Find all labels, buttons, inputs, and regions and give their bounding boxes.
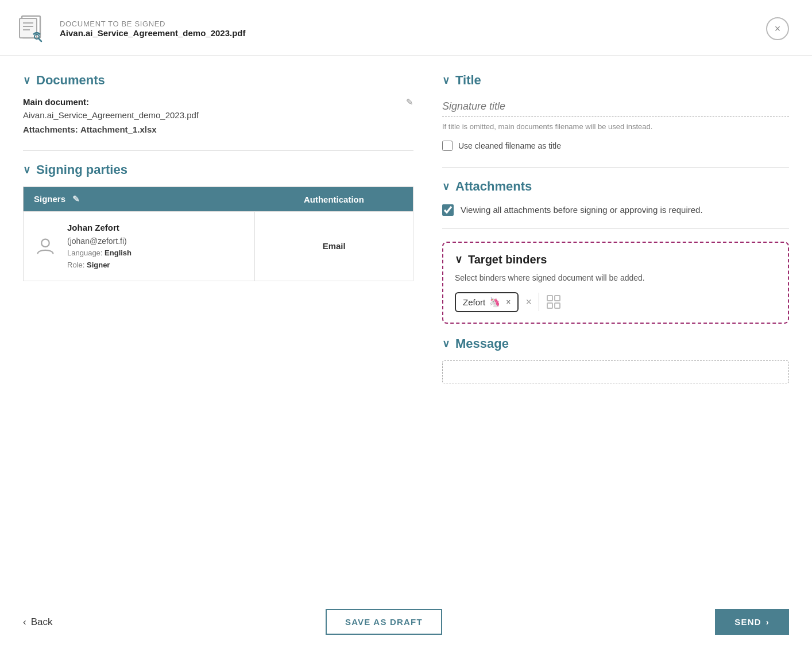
message-chevron-icon[interactable]: ∨: [442, 337, 450, 350]
attachments-section-title: Attachments: [455, 179, 532, 194]
message-content-placeholder: [442, 360, 789, 383]
attachments-required-checkbox[interactable]: [442, 204, 454, 216]
header-left: DOCUMENT TO BE SIGNED Aivan.ai_Service_A…: [17, 13, 246, 45]
col-signers-header: Signers ✎: [24, 187, 255, 212]
send-button[interactable]: SEND ›: [715, 609, 789, 635]
unicorn-icon: 🦄: [489, 297, 500, 308]
auth-value: Email: [323, 241, 346, 251]
attachments-chevron-icon[interactable]: ∨: [442, 180, 450, 193]
svg-rect-1: [20, 18, 37, 38]
signer-authentication: Email: [255, 212, 413, 281]
cleaned-filename-checkbox[interactable]: [442, 141, 453, 151]
left-column: ∨ Documents Main document: Aivan.ai_Serv…: [23, 73, 413, 396]
attachments-info: Attachments: Attachment_1.xlsx: [23, 125, 199, 134]
binders-grid-button[interactable]: [546, 294, 561, 309]
main-content: ∨ Documents Main document: Aivan.ai_Serv…: [0, 56, 812, 396]
cleaned-filename-row: Use cleaned filename as title: [442, 141, 789, 151]
binder-tag: Zefort 🦄 ×: [455, 292, 519, 312]
signing-section-header: ∨ Signing parties: [23, 162, 413, 177]
right-column: ∨ Title If title is omitted, main docume…: [442, 73, 789, 396]
svg-rect-10: [547, 303, 552, 308]
attachments-label: Attachments:: [23, 125, 78, 134]
documents-section-title: Documents: [36, 73, 105, 88]
save-draft-button[interactable]: SAVE AS DRAFT: [326, 609, 442, 635]
footer: ‹ Back SAVE AS DRAFT SEND ›: [0, 592, 812, 652]
main-document-value: Aivan.ai_Service_Agreement_demo_2023.pdf: [23, 110, 199, 120]
cleaned-filename-label: Use cleaned filename as title: [458, 141, 561, 150]
edit-document-icon[interactable]: ✎: [406, 97, 413, 107]
header-text-block: DOCUMENT TO BE SIGNED Aivan.ai_Service_A…: [60, 20, 246, 38]
binders-chevron-icon[interactable]: ∨: [455, 253, 462, 266]
svg-rect-9: [555, 296, 560, 301]
header-doc-name: Aivan.ai_Service_Agreement_demo_2023.pdf: [60, 28, 246, 38]
signer-info-cell: Johan Zefort (johan@zefort.fi) Language:…: [24, 212, 255, 281]
attachments-section: ∨ Attachments Viewing all attachments be…: [442, 179, 789, 229]
documents-section-header: ∨ Documents: [23, 73, 413, 88]
attachments-required-text: Viewing all attachments before signing o…: [461, 203, 703, 217]
svg-rect-8: [547, 296, 552, 301]
svg-point-7: [41, 239, 49, 247]
documents-section: ∨ Documents Main document: Aivan.ai_Serv…: [23, 73, 413, 134]
signer-name: Johan Zefort: [67, 221, 132, 235]
signature-title-input[interactable]: [442, 97, 789, 117]
table-row: Johan Zefort (johan@zefort.fi) Language:…: [24, 212, 413, 281]
doc-info-block: Main document: Aivan.ai_Service_Agreemen…: [23, 97, 199, 134]
back-chevron-icon: ‹: [23, 616, 26, 628]
document-icon: [17, 13, 49, 45]
signer-role: Role: Signer: [67, 259, 132, 271]
signing-parties-section: ∨ Signing parties Signers ✎ Authenticati…: [23, 162, 413, 281]
binders-section-title: Target binders: [468, 253, 547, 266]
message-section-title: Message: [455, 336, 509, 351]
signers-table: Signers ✎ Authentication: [23, 187, 413, 281]
signing-chevron-icon[interactable]: ∨: [23, 164, 30, 176]
target-binders-section: ∨ Target binders Select binders where si…: [442, 242, 789, 324]
attachments-check-row: Viewing all attachments before signing o…: [442, 203, 789, 217]
documents-chevron-icon[interactable]: ∨: [23, 74, 30, 87]
close-button[interactable]: ×: [766, 17, 789, 40]
signer-details: Johan Zefort (johan@zefort.fi) Language:…: [67, 221, 132, 271]
message-section: ∨ Message: [442, 336, 789, 383]
title-chevron-icon[interactable]: ∨: [442, 74, 450, 87]
binders-divider: [539, 293, 539, 311]
title-section-title: Title: [455, 73, 481, 88]
binders-section-header: ∨ Target binders: [455, 253, 776, 266]
svg-line-6: [39, 39, 41, 41]
signer-language: Language: English: [67, 247, 132, 259]
title-section: ∨ Title If title is omitted, main docume…: [442, 73, 789, 151]
binders-clear-button[interactable]: ×: [525, 296, 532, 308]
signer-email: (johan@zefort.fi): [67, 235, 132, 247]
signature-title-hint: If title is omitted, main documents file…: [442, 121, 789, 133]
col-authentication-header: Authentication: [255, 187, 413, 212]
main-document-label: Main document:: [23, 97, 199, 107]
attachments-section-header: ∨ Attachments: [442, 179, 789, 194]
binder-remove-button[interactable]: ×: [506, 297, 511, 306]
header: DOCUMENT TO BE SIGNED Aivan.ai_Service_A…: [0, 0, 812, 56]
back-button[interactable]: ‹ Back: [23, 616, 52, 628]
title-section-header: ∨ Title: [442, 73, 789, 88]
signers-edit-icon[interactable]: ✎: [72, 194, 80, 204]
header-doc-label: DOCUMENT TO BE SIGNED: [60, 20, 246, 28]
binders-row: Zefort 🦄 × ×: [455, 292, 776, 312]
signer-avatar: [34, 235, 57, 258]
divider-2: [442, 167, 789, 168]
binder-name: Zefort: [463, 297, 485, 307]
send-chevron-icon: ›: [766, 617, 770, 627]
message-section-header: ∨ Message: [442, 336, 789, 351]
divider-1: [23, 150, 413, 151]
svg-rect-11: [555, 303, 560, 308]
attachments-value: Attachment_1.xlsx: [80, 125, 157, 134]
binders-description: Select binders where signed document wil…: [455, 272, 776, 284]
signing-section-title: Signing parties: [36, 162, 127, 177]
